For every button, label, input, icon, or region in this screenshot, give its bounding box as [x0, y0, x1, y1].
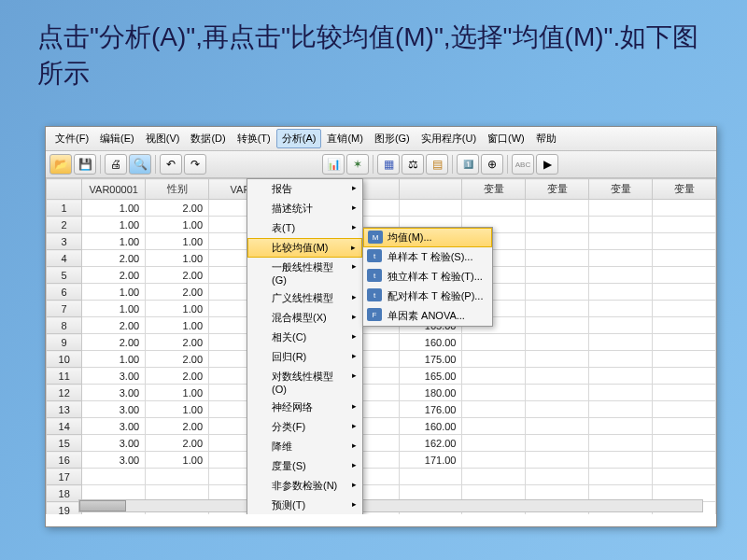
cell[interactable]: 3.00 — [82, 401, 146, 418]
cell[interactable] — [589, 233, 653, 250]
row-header[interactable]: 9 — [47, 334, 82, 351]
cell[interactable] — [653, 452, 716, 469]
cell[interactable]: 1.00 — [82, 200, 146, 217]
menu-analyze[interactable]: 分析(A) — [276, 129, 322, 148]
cell[interactable]: 1.00 — [82, 233, 146, 250]
menu-item[interactable]: 比较均值(M)▸ — [247, 238, 362, 258]
table-row[interactable]: 11.002.00 — [47, 200, 716, 217]
row-header[interactable]: 8 — [47, 317, 82, 334]
cell[interactable]: 1.00 — [82, 301, 146, 317]
cell[interactable]: 2.00 — [146, 351, 209, 368]
cell[interactable]: 3.00 — [82, 452, 146, 469]
submenu-item[interactable]: 配对样本 T 检验(P)...t — [363, 287, 492, 306]
cell[interactable] — [589, 267, 653, 284]
cell[interactable]: 180.00 — [399, 385, 462, 401]
row-header[interactable]: 15 — [47, 435, 82, 452]
menu-view[interactable]: 视图(V) — [140, 129, 186, 148]
row-header[interactable]: 16 — [47, 452, 82, 469]
table-row[interactable]: 92.002.00160.00 — [47, 334, 716, 351]
cell[interactable] — [526, 418, 589, 435]
cell[interactable] — [526, 368, 589, 385]
cell[interactable] — [653, 200, 716, 217]
cell[interactable] — [526, 217, 589, 233]
column-header[interactable]: 变量 — [462, 179, 526, 200]
cell[interactable]: 162.00 — [399, 435, 462, 452]
menu-window[interactable]: 窗口(W) — [482, 129, 530, 148]
column-header[interactable]: VAR00001 — [82, 179, 146, 200]
cell[interactable] — [653, 351, 716, 368]
redo-icon[interactable]: ↷ — [184, 154, 206, 175]
row-header[interactable]: 2 — [47, 217, 82, 233]
cell[interactable] — [653, 385, 716, 401]
submenu-item[interactable]: 均值(M)...M — [363, 228, 492, 247]
cell[interactable]: 2.00 — [82, 267, 146, 284]
table-row[interactable]: 143.002.00160.00 — [47, 418, 716, 435]
cell[interactable] — [653, 418, 716, 435]
cell[interactable]: 176.00 — [399, 401, 462, 418]
cell[interactable] — [589, 368, 653, 385]
cell[interactable]: 160.00 — [399, 418, 462, 435]
menu-file[interactable]: 文件(F) — [49, 129, 94, 148]
cell[interactable] — [526, 317, 589, 334]
cell[interactable] — [526, 301, 589, 317]
row-header[interactable]: 7 — [47, 301, 82, 317]
submenu-item[interactable]: 独立样本 T 检验(T)...t — [363, 267, 492, 287]
cell[interactable]: 1.00 — [146, 217, 209, 233]
cell[interactable] — [589, 385, 653, 401]
menu-item[interactable]: 报告▸ — [247, 179, 362, 199]
cell[interactable]: 1.00 — [146, 385, 209, 401]
scrollbar-thumb[interactable] — [79, 500, 126, 511]
row-header[interactable]: 6 — [47, 284, 82, 301]
submenu-item[interactable]: 单样本 T 检验(S)...t — [363, 247, 492, 267]
cell[interactable] — [589, 317, 653, 334]
column-header[interactable] — [47, 179, 82, 200]
cell[interactable] — [526, 401, 589, 418]
menu-help[interactable]: 帮助 — [530, 129, 562, 148]
submenu-item[interactable]: 单因素 ANOVA...F — [363, 306, 492, 326]
row-header[interactable]: 13 — [47, 401, 82, 418]
table-icon[interactable]: ▤ — [426, 154, 448, 175]
cell[interactable] — [653, 368, 716, 385]
cell[interactable] — [589, 452, 653, 469]
value-labels-icon[interactable]: 1️⃣ — [457, 154, 479, 175]
cell[interactable] — [526, 385, 589, 401]
table-row[interactable]: 163.001.00171.00 — [47, 452, 716, 469]
cell[interactable] — [462, 334, 526, 351]
cell[interactable]: 2.00 — [82, 250, 146, 267]
save-icon[interactable]: 💾 — [74, 154, 96, 175]
row-header[interactable]: 1 — [47, 200, 82, 217]
cell[interactable] — [589, 469, 653, 485]
row-header[interactable]: 17 — [47, 469, 82, 485]
menu-item[interactable]: 神经网络▸ — [247, 398, 362, 417]
cell[interactable] — [653, 435, 716, 452]
cell[interactable] — [589, 401, 653, 418]
cell[interactable] — [653, 317, 716, 334]
cell[interactable]: 2.00 — [82, 334, 146, 351]
cell[interactable] — [526, 452, 589, 469]
cell[interactable]: 2.00 — [146, 200, 209, 217]
cell[interactable]: 2.00 — [146, 418, 209, 435]
spell-icon[interactable]: ABC — [512, 154, 534, 175]
run-icon[interactable]: ▶ — [536, 154, 558, 175]
row-header[interactable]: 11 — [47, 368, 82, 385]
table-row[interactable]: 133.001.00176.00 — [47, 401, 716, 418]
select-icon[interactable]: ✶ — [346, 154, 369, 175]
cell[interactable]: 1.00 — [146, 250, 209, 267]
column-header[interactable]: 变量 — [589, 179, 653, 200]
column-header[interactable]: 变量 — [653, 179, 716, 200]
cell[interactable]: 175.00 — [399, 351, 462, 368]
menu-item[interactable]: 一般线性模型(G)▸ — [247, 258, 362, 288]
cell[interactable] — [526, 284, 589, 301]
cell[interactable] — [462, 200, 526, 217]
cell[interactable]: 1.00 — [82, 284, 146, 301]
menu-item[interactable]: 度量(S)▸ — [247, 456, 362, 476]
cell[interactable] — [526, 435, 589, 452]
table-row[interactable]: 113.002.00165.00 — [47, 368, 716, 385]
cell[interactable]: 2.00 — [82, 317, 146, 334]
cell[interactable] — [82, 469, 146, 485]
cell[interactable] — [526, 469, 589, 485]
table-row[interactable]: 17 — [47, 469, 716, 485]
cell[interactable]: 1.00 — [82, 351, 146, 368]
cell[interactable] — [526, 267, 589, 284]
cell[interactable] — [462, 435, 526, 452]
